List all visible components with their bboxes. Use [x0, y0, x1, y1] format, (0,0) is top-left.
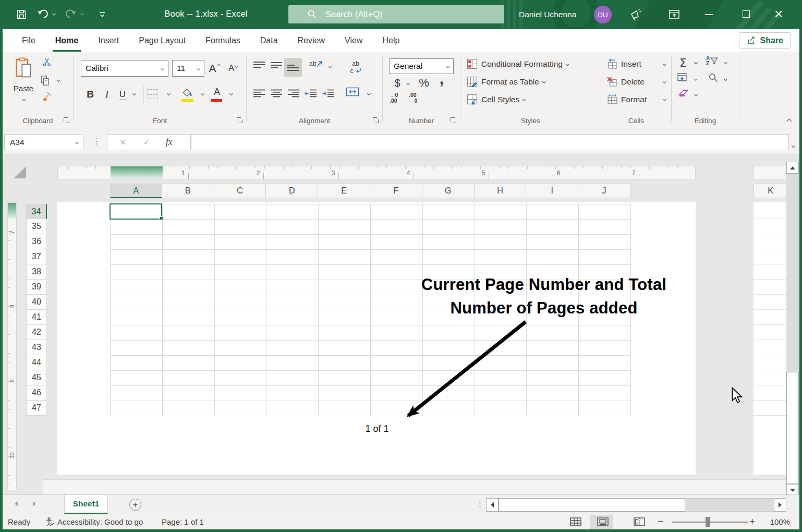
- font-color-dropdown[interactable]: [230, 92, 233, 95]
- increase-decimal-button[interactable]: ←0 .00: [390, 92, 398, 104]
- fill-color-button[interactable]: [181, 85, 194, 102]
- conditional-formatting-button[interactable]: Conditional Formatting: [467, 58, 569, 69]
- redo-button[interactable]: [65, 8, 77, 20]
- search-box[interactable]: Search (Alt+Q): [288, 5, 504, 23]
- cut-button[interactable]: [42, 57, 52, 67]
- horizontal-scrollbar-thumb[interactable]: [499, 498, 685, 512]
- share-button[interactable]: Share: [739, 32, 791, 49]
- merge-center-dropdown[interactable]: [368, 92, 370, 95]
- tab-data[interactable]: Data: [250, 29, 288, 52]
- sheet-tab-sheet1[interactable]: Sheet1: [64, 495, 108, 514]
- column-header-D[interactable]: D: [266, 184, 318, 198]
- maximize-button[interactable]: [743, 10, 750, 18]
- name-box[interactable]: A34: [4, 134, 83, 150]
- status-page[interactable]: Page: 1 of 1: [162, 517, 204, 526]
- accounting-format-button[interactable]: $: [393, 76, 402, 90]
- scroll-up-button[interactable]: [786, 162, 799, 174]
- whats-new-button[interactable]: [628, 7, 642, 21]
- percent-style-button[interactable]: %: [417, 76, 431, 90]
- avatar[interactable]: DU: [594, 6, 612, 23]
- column-header-E[interactable]: E: [318, 184, 370, 198]
- orientation-button[interactable]: ab: [309, 60, 323, 67]
- row-header-44[interactable]: 44: [26, 355, 47, 370]
- tab-formulas[interactable]: Formulas: [196, 29, 250, 52]
- borders-button[interactable]: [148, 89, 157, 99]
- tab-help[interactable]: Help: [372, 29, 409, 52]
- insert-cells-button[interactable]: Insert: [606, 58, 666, 69]
- save-button[interactable]: [16, 8, 28, 20]
- user-name[interactable]: Daniel Uchenna: [519, 10, 576, 19]
- row-header-40[interactable]: 40: [26, 295, 47, 310]
- row-header-45[interactable]: 45: [26, 370, 47, 385]
- number-dialog-launcher[interactable]: [451, 117, 456, 123]
- copy-button[interactable]: [40, 75, 50, 86]
- redo-dropdown[interactable]: [81, 13, 83, 15]
- minimize-button[interactable]: [705, 14, 713, 15]
- merge-center-button[interactable]: [346, 87, 359, 96]
- row-header-47[interactable]: 47: [26, 401, 47, 416]
- format-painter-button[interactable]: [41, 91, 52, 102]
- decrease-decimal-button[interactable]: .00 →0: [409, 92, 417, 104]
- column-header-I[interactable]: I: [526, 184, 578, 198]
- bottom-align-button-selected[interactable]: [284, 58, 302, 77]
- decrease-indent-button[interactable]: [305, 89, 317, 98]
- italic-button[interactable]: I: [103, 86, 111, 103]
- accounting-format-dropdown[interactable]: [407, 82, 409, 84]
- column-header-C[interactable]: C: [214, 184, 266, 198]
- fill-button[interactable]: [677, 72, 688, 82]
- close-button[interactable]: ×: [774, 4, 783, 24]
- row-header-42[interactable]: 42: [26, 325, 47, 340]
- vertical-scrollbar-thumb[interactable]: [786, 372, 799, 484]
- sort-filter-button[interactable]: AZ: [706, 56, 718, 66]
- column-header-G[interactable]: G: [422, 184, 475, 198]
- expand-formula-bar-button[interactable]: [792, 140, 795, 149]
- cancel-button[interactable]: ×: [119, 137, 126, 147]
- clipboard-dialog-launcher[interactable]: [64, 117, 69, 123]
- copy-dropdown[interactable]: [57, 79, 60, 81]
- borders-dropdown[interactable]: [167, 92, 170, 95]
- alignment-dialog-launcher[interactable]: [373, 117, 379, 123]
- scrollbar-splitter[interactable]: ⋮: [476, 499, 484, 509]
- customize-quick-access-button[interactable]: [98, 10, 106, 19]
- find-select-button[interactable]: [708, 72, 719, 83]
- cell-styles-button[interactable]: Cell Styles: [467, 94, 526, 105]
- orientation-dropdown[interactable]: [329, 65, 332, 68]
- zoom-out-button[interactable]: −: [658, 515, 664, 527]
- row-header-39[interactable]: 39: [26, 280, 47, 295]
- column-header-F[interactable]: F: [370, 184, 422, 198]
- new-sheet-button[interactable]: +: [129, 499, 141, 511]
- row-header-36[interactable]: 36: [26, 234, 47, 249]
- row-header-37[interactable]: 37: [26, 249, 47, 264]
- fill-color-dropdown[interactable]: [201, 92, 204, 95]
- row-header-38[interactable]: 38: [26, 264, 47, 280]
- fill-dropdown[interactable]: [695, 78, 697, 80]
- formula-input[interactable]: [191, 134, 789, 150]
- zoom-slider-handle[interactable]: [706, 517, 710, 527]
- name-box-splitter[interactable]: ⋮: [92, 136, 101, 146]
- comma-style-button[interactable]: ,: [437, 71, 446, 86]
- row-header-35[interactable]: 35: [26, 219, 47, 234]
- center-align-button[interactable]: [270, 89, 283, 98]
- underline-dropdown[interactable]: [133, 92, 136, 95]
- insert-function-button[interactable]: fx: [166, 137, 173, 148]
- underline-button[interactable]: U: [117, 86, 128, 103]
- increase-indent-button[interactable]: [322, 89, 334, 98]
- row-header-41[interactable]: 41: [26, 310, 47, 325]
- column-header-J[interactable]: J: [578, 184, 630, 198]
- clear-button[interactable]: [678, 89, 689, 98]
- row-header-34[interactable]: 34: [26, 204, 47, 219]
- autosum-dropdown[interactable]: [695, 61, 697, 64]
- column-header-H[interactable]: H: [475, 184, 527, 198]
- sort-filter-dropdown[interactable]: [724, 61, 727, 64]
- increase-font-size-button[interactable]: A: [205, 60, 223, 77]
- status-accessibility[interactable]: Accessibility: Good to go: [57, 517, 143, 526]
- scroll-left-button[interactable]: [486, 498, 499, 512]
- wrap-text-button[interactable]: ab c: [348, 58, 363, 77]
- enter-button[interactable]: ✓: [143, 137, 150, 147]
- delete-cells-button[interactable]: Delete: [606, 76, 666, 87]
- normal-view-button[interactable]: [570, 517, 581, 526]
- font-dialog-launcher[interactable]: [237, 117, 242, 123]
- tab-file[interactable]: File: [12, 29, 45, 52]
- undo-dropdown[interactable]: [53, 13, 55, 15]
- autosum-button[interactable]: Σ: [677, 56, 689, 69]
